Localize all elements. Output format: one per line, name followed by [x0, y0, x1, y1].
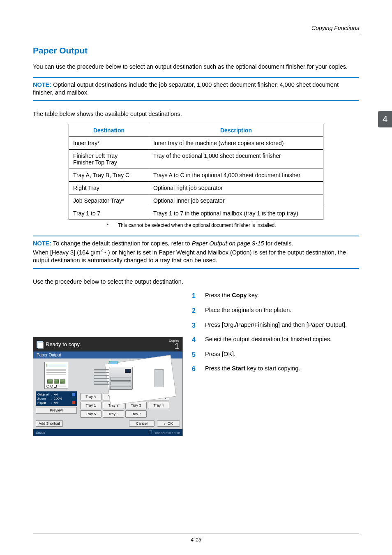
running-header: Copying Functions — [33, 25, 359, 31]
note-label: NOTE: — [33, 240, 51, 247]
step: 1Press the Copy key. — [192, 291, 359, 301]
step-text: Place the originals on the platen. — [205, 306, 291, 315]
tray-button[interactable]: Tray A — [80, 393, 101, 400]
step-text: Select the output destination for finish… — [205, 335, 332, 345]
status-label[interactable]: Status — [36, 431, 45, 435]
note-block-1: NOTE: Optional output destinations inclu… — [33, 77, 359, 101]
usb-icon — [149, 430, 152, 434]
status-timestamp: 10/10/2010 10:10 — [154, 431, 180, 435]
preview-button[interactable]: Preview — [36, 407, 77, 414]
step-number: 3 — [192, 321, 199, 330]
step-text: Press [Org./Paper/Finishing] and then [P… — [205, 321, 347, 330]
th-description: Description — [149, 124, 323, 137]
section-title: Paper Output — [33, 46, 359, 56]
table-row: Tray 1 to 7Trays 1 to 7 in the optional … — [69, 207, 323, 220]
footnote-mark: * — [107, 222, 109, 228]
add-shortcut-button[interactable]: Add Shortcut — [36, 420, 63, 427]
table-row: Job Separator Tray*Optional Inner job se… — [69, 194, 323, 207]
finisher-illustration — [80, 361, 180, 391]
tray-button[interactable]: Tray 4 — [148, 402, 169, 409]
step-text: Press the Copy key. — [205, 291, 259, 301]
step-number: 1 — [192, 291, 199, 301]
step: 3Press [Org./Paper/Finishing] and then [… — [192, 321, 359, 330]
table-row: Right TrayOptional right job separator — [69, 182, 323, 194]
destination-table: Destination Description Inner tray*Inner… — [69, 124, 323, 220]
step-number: 4 — [192, 335, 199, 345]
step: 5Press [OK]. — [192, 350, 359, 359]
step: 6Press the Start key to start copying. — [192, 365, 359, 374]
step: 4Select the output destination for finis… — [192, 335, 359, 345]
tray-button[interactable]: Tray 7 — [125, 410, 147, 418]
page-footer: 4-13 — [0, 534, 392, 543]
touch-panel: Ready to copy. Copies 1 Paper Output — [33, 337, 183, 436]
cancel-button[interactable]: Cancel — [129, 420, 154, 427]
header-rule — [33, 34, 359, 34]
note-text: Optional output destinations include the… — [33, 81, 339, 96]
th-destination: Destination — [69, 124, 149, 137]
footnote-text: This cannot be selected when the optiona… — [118, 222, 276, 228]
table-row: Finisher Left Tray Finisher Top TrayTray… — [69, 150, 323, 169]
step-number: 5 — [192, 350, 199, 359]
step-number: 2 — [192, 306, 199, 315]
paper-orient-icon — [72, 401, 75, 404]
page-number: 4-13 — [191, 536, 201, 543]
note-block-2: NOTE: To change the default destination … — [33, 236, 359, 269]
return-icon: ↵ — [164, 421, 166, 426]
panel-titlebar: Ready to copy. Copies 1 — [33, 337, 182, 352]
table-row: Inner tray*Inner tray of the machine (wh… — [69, 137, 323, 150]
table-row: Tray A, Tray B, Tray CTrays A to C in th… — [69, 169, 323, 182]
copy-icon — [37, 341, 43, 348]
tray-button[interactable]: Tray 5 — [80, 410, 101, 418]
procedure-intro: Use the procedure below to select the ou… — [33, 278, 359, 286]
preview-thumbnail — [44, 362, 68, 389]
note-label: NOTE: — [33, 81, 51, 88]
step-text: Press the Start key to start copying. — [205, 365, 300, 374]
panel-title: Ready to copy. — [46, 341, 81, 347]
intro-paragraph: You can use the procedure below to selec… — [33, 63, 359, 71]
tray-button[interactable]: Tray 6 — [103, 410, 124, 418]
table-intro: The table below shows the available outp… — [33, 110, 359, 118]
ok-button[interactable]: ↵OK — [157, 420, 180, 427]
step-text: Press [OK]. — [205, 350, 235, 359]
tray-button[interactable]: Tray 1 — [80, 402, 101, 409]
copies-value: 1 — [169, 342, 179, 350]
step-number: 6 — [192, 365, 199, 374]
preview-info: Original:A4 Zoom:100% Paper:A4 — [36, 391, 77, 406]
original-orient-icon — [72, 393, 75, 396]
step: 2Place the originals on the platen. — [192, 306, 359, 315]
table-footnote: *This cannot be selected when the option… — [107, 222, 359, 228]
